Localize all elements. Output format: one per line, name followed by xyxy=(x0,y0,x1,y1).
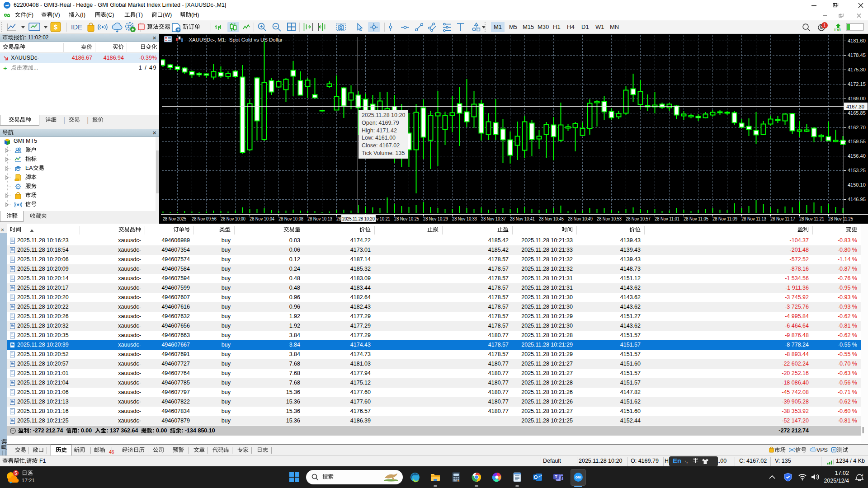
svg-text:IDE: IDE xyxy=(71,23,82,31)
svg-text:4167.30: 4167.30 xyxy=(846,104,864,109)
svg-text:28 Nov 10:53: 28 Nov 10:53 xyxy=(597,216,622,221)
svg-text:GMI: GMI xyxy=(575,476,581,479)
svg-text:4146.95: 4146.95 xyxy=(848,197,866,202)
svg-text:28 Nov 11:05: 28 Nov 11:05 xyxy=(684,216,708,221)
svg-text:4178.45: 4178.45 xyxy=(848,52,866,58)
svg-text:2025.11.28 10:20: 2025.11.28 10:20 xyxy=(342,216,375,221)
svg-text:4153.25: 4153.25 xyxy=(848,168,866,173)
svg-text:28 Nov 11:01: 28 Nov 11:01 xyxy=(655,216,679,221)
svg-text:4156.40: 4156.40 xyxy=(848,153,866,159)
svg-text:28 Nov 10:57: 28 Nov 10:57 xyxy=(626,216,651,221)
svg-text:28 Nov 10:41: 28 Nov 10:41 xyxy=(510,216,535,221)
svg-text:5: 5 xyxy=(14,471,17,476)
svg-text:4159.55: 4159.55 xyxy=(848,139,866,144)
svg-text:28 Nov 10:45: 28 Nov 10:45 xyxy=(539,216,564,221)
svg-text:28 Nov 10:25: 28 Nov 10:25 xyxy=(394,216,419,221)
svg-text:28 Nov 11:21: 28 Nov 11:21 xyxy=(799,216,824,221)
svg-text:28 Nov 10:08: 28 Nov 10:08 xyxy=(278,216,303,221)
svg-text:28 Nov 2025: 28 Nov 2025 xyxy=(163,216,186,221)
svg-text:28 Nov 10:33: 28 Nov 10:33 xyxy=(452,216,477,221)
svg-text:28 Nov 09:56: 28 Nov 09:56 xyxy=(192,216,217,221)
svg-text:4150.10: 4150.10 xyxy=(848,182,866,188)
svg-text:T: T xyxy=(555,474,557,479)
svg-text:4181.60: 4181.60 xyxy=(848,38,866,43)
svg-text:z: z xyxy=(862,473,863,476)
svg-text:28 Nov 10:37: 28 Nov 10:37 xyxy=(481,216,506,221)
svg-text:28 Nov 10:04: 28 Nov 10:04 xyxy=(250,216,274,221)
svg-text:28 Nov 11:09: 28 Nov 11:09 xyxy=(712,216,737,221)
svg-text:4162.70: 4162.70 xyxy=(848,125,866,130)
svg-text:$: $ xyxy=(54,23,58,31)
svg-text:28 Nov 11:25: 28 Nov 11:25 xyxy=(828,216,853,221)
svg-text:28 Nov 10:00: 28 Nov 10:00 xyxy=(221,216,245,221)
svg-text:1: 1 xyxy=(823,23,826,28)
svg-text:4175.30: 4175.30 xyxy=(848,67,866,72)
svg-text:28 Nov 10:49: 28 Nov 10:49 xyxy=(568,216,593,221)
svg-text:4172.15: 4172.15 xyxy=(848,81,866,87)
svg-text:28 Nov 10:29: 28 Nov 10:29 xyxy=(423,216,448,221)
svg-text:28 Nov 10:13: 28 Nov 10:13 xyxy=(307,216,332,221)
svg-text:4165.85: 4165.85 xyxy=(848,110,866,116)
svg-text:28 Nov 11:17: 28 Nov 11:17 xyxy=(770,216,795,221)
svg-text:4169.00: 4169.00 xyxy=(848,96,866,101)
svg-text:28 Nov 11:13: 28 Nov 11:13 xyxy=(741,216,766,221)
svg-text:LVL: LVL xyxy=(834,27,842,32)
